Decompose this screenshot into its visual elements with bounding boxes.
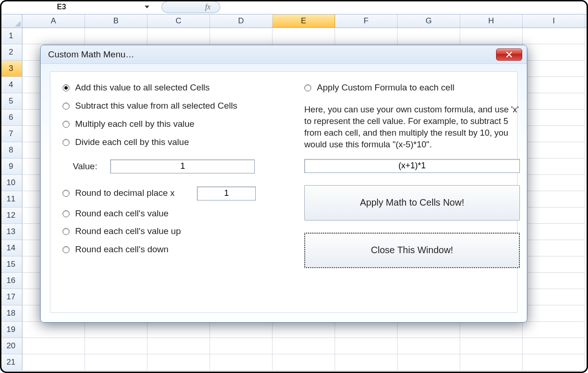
- cell[interactable]: [147, 28, 210, 44]
- row-header[interactable]: 12: [0, 207, 22, 224]
- radio-subtract[interactable]: Subtract this value from all selected Ce…: [63, 101, 287, 111]
- col-header-e[interactable]: E: [273, 14, 335, 28]
- cell[interactable]: [523, 322, 585, 338]
- cell[interactable]: [335, 354, 398, 371]
- cell[interactable]: [273, 28, 335, 44]
- cell[interactable]: [523, 110, 585, 126]
- cell[interactable]: [22, 338, 85, 354]
- col-header-h[interactable]: H: [460, 14, 523, 28]
- dialog-close-button[interactable]: [496, 48, 522, 61]
- radio-multiply[interactable]: Multiply each cell by this value: [63, 119, 287, 129]
- row-header[interactable]: 17: [0, 289, 22, 305]
- col-header-c[interactable]: C: [147, 14, 210, 28]
- radio-add[interactable]: Add this value to all selected Cells: [63, 83, 287, 93]
- cell[interactable]: [460, 322, 523, 338]
- cell[interactable]: [335, 338, 398, 354]
- cell[interactable]: [460, 338, 523, 354]
- radio-round-to[interactable]: Round to decimal place x: [63, 188, 175, 198]
- cell[interactable]: [210, 354, 273, 371]
- cell[interactable]: [523, 224, 585, 240]
- value-input[interactable]: [110, 159, 255, 173]
- formula-input[interactable]: [220, 1, 588, 13]
- row-header[interactable]: 5: [0, 93, 22, 110]
- cell[interactable]: [523, 61, 585, 77]
- cell[interactable]: [273, 322, 335, 338]
- row-header[interactable]: 18: [0, 305, 22, 322]
- round-to-input[interactable]: [197, 186, 256, 200]
- cell[interactable]: [398, 28, 460, 44]
- col-header-i[interactable]: I: [523, 14, 585, 28]
- col-header-g[interactable]: G: [398, 14, 460, 28]
- cell[interactable]: [335, 28, 398, 44]
- radio-custom-formula[interactable]: Apply Custom Formula to each cell: [304, 83, 520, 93]
- col-header-a[interactable]: A: [22, 14, 85, 28]
- cell[interactable]: [335, 322, 398, 338]
- cell[interactable]: [273, 354, 335, 371]
- dialog-titlebar[interactable]: Custom Math Menu…: [41, 45, 527, 64]
- insert-function-button[interactable]: fx: [161, 1, 220, 13]
- cell[interactable]: [523, 77, 585, 93]
- row-header[interactable]: 10: [0, 175, 22, 191]
- cell[interactable]: [210, 338, 273, 354]
- cell[interactable]: [523, 175, 585, 191]
- cell[interactable]: [523, 256, 585, 273]
- col-header-f[interactable]: F: [335, 14, 398, 28]
- custom-formula-input[interactable]: [304, 159, 520, 173]
- name-box-dropdown[interactable]: [143, 3, 151, 11]
- row-header[interactable]: 9: [0, 159, 22, 175]
- row-header[interactable]: 7: [0, 126, 22, 142]
- row-header[interactable]: 8: [0, 142, 22, 159]
- cell[interactable]: [523, 207, 585, 224]
- cell[interactable]: [523, 191, 585, 207]
- row-header[interactable]: 6: [0, 110, 22, 126]
- cell[interactable]: [85, 322, 147, 338]
- cell[interactable]: [523, 93, 585, 110]
- cell[interactable]: [85, 354, 147, 371]
- cell[interactable]: [147, 354, 210, 371]
- cell[interactable]: [523, 305, 585, 322]
- cell[interactable]: [398, 338, 460, 354]
- col-header-b[interactable]: B: [85, 14, 147, 28]
- cell[interactable]: [523, 159, 585, 175]
- radio-round-up[interactable]: Round each cell's value up: [63, 227, 287, 236]
- cell[interactable]: [523, 338, 585, 354]
- row-header[interactable]: 11: [0, 191, 22, 207]
- select-all-corner[interactable]: [0, 14, 22, 28]
- radio-divide[interactable]: Divide each cell by this value: [63, 138, 287, 147]
- cell[interactable]: [460, 354, 523, 371]
- row-header[interactable]: 1: [0, 28, 22, 44]
- cell[interactable]: [523, 126, 585, 142]
- col-header-d[interactable]: D: [210, 14, 273, 28]
- cell[interactable]: [85, 28, 147, 44]
- radio-round-each[interactable]: Round each cell's value: [63, 209, 287, 219]
- row-header[interactable]: 4: [0, 77, 22, 93]
- row-header[interactable]: 2: [0, 44, 22, 61]
- name-box[interactable]: [51, 1, 140, 13]
- row-header[interactable]: 14: [0, 240, 22, 256]
- cell[interactable]: [523, 44, 585, 61]
- cell[interactable]: [523, 273, 585, 289]
- cell[interactable]: [523, 289, 585, 305]
- cell[interactable]: [210, 322, 273, 338]
- row-header[interactable]: 15: [0, 256, 22, 273]
- cell[interactable]: [523, 142, 585, 159]
- cell[interactable]: [147, 322, 210, 338]
- row-header[interactable]: 19: [0, 322, 22, 338]
- cell[interactable]: [22, 322, 85, 338]
- cell[interactable]: [398, 322, 460, 338]
- cell[interactable]: [460, 28, 523, 44]
- row-header[interactable]: 13: [0, 224, 22, 240]
- cell[interactable]: [22, 354, 85, 371]
- cell[interactable]: [147, 338, 210, 354]
- row-header[interactable]: 3: [0, 61, 22, 77]
- cell[interactable]: [273, 338, 335, 354]
- radio-round-down[interactable]: Round each cell's down: [63, 245, 287, 255]
- cell[interactable]: [523, 28, 585, 44]
- cell[interactable]: [85, 338, 147, 354]
- row-header[interactable]: 21: [0, 354, 22, 371]
- cell[interactable]: [22, 28, 85, 44]
- row-header[interactable]: 16: [0, 273, 22, 289]
- apply-math-button[interactable]: Apply Math to Cells Now!: [304, 185, 520, 221]
- cell[interactable]: [523, 354, 585, 371]
- cell[interactable]: [523, 240, 585, 256]
